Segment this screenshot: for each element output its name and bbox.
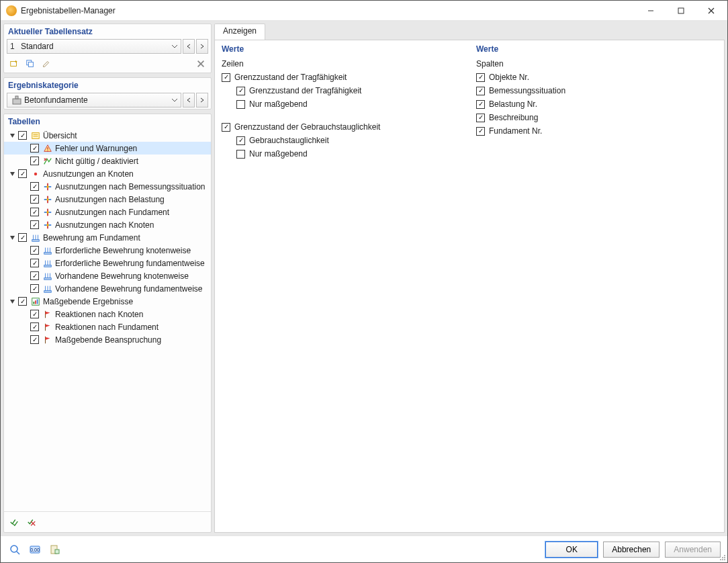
checkbox[interactable] [236,87,245,95]
tree-row[interactable]: Erforderliche Bewehrung knotenweise [4,244,211,257]
cols-option[interactable]: Bemessungssituation [476,86,717,95]
delete-tableset-button[interactable] [193,56,208,71]
tableset-number: 1 [10,42,21,51]
checkbox[interactable] [236,100,245,109]
resize-grip-icon[interactable] [718,553,726,561]
tables-panel: Tabellen ÜbersichtFehler und WarnungenNi… [3,114,212,533]
svg-rect-53 [35,300,36,304]
checkbox[interactable] [476,87,485,95]
cols-option[interactable]: Belastung Nr. [476,99,717,109]
checkbox[interactable] [476,127,485,136]
tree-checkbox[interactable] [30,310,39,318]
minimize-button[interactable] [635,1,666,20]
tree-expander-icon[interactable] [8,298,16,304]
tree-checkbox[interactable] [30,259,39,267]
check-all-button[interactable] [7,515,21,529]
result-category-title: Ergebniskategorie [4,78,211,91]
checkbox[interactable] [236,136,245,145]
ok-button[interactable]: OK [545,542,598,558]
tables-tree[interactable]: ÜbersichtFehler und WarnungenNicht gülti… [4,128,211,511]
svg-rect-9 [13,99,21,104]
chevron-down-icon [171,42,178,52]
tree-checkbox[interactable] [30,157,39,165]
rows-group[interactable]: Grenzzustand der Tragfähigkeit [222,73,463,82]
rows-option[interactable]: Nur maßgebend [222,99,463,109]
checkbox[interactable] [236,150,245,159]
tree-checkbox[interactable] [30,335,39,344]
tree-row[interactable]: Ausnutzungen nach Fundament [4,206,211,218]
tree-row[interactable]: Ausnutzungen nach Bemessungssituation [4,180,211,193]
checkbox[interactable] [476,100,485,109]
copy-tableset-button[interactable] [23,56,38,71]
cancel-button[interactable]: Abbrechen [603,542,659,558]
rows-option[interactable]: Grenzzustand der Tragfähigkeit [222,86,463,95]
tree-row[interactable]: Reaktionen nach Fundament [4,320,211,333]
warn-icon [42,143,53,154]
tableset-prev-button[interactable] [183,39,195,54]
category-combo[interactable]: Betonfundamente [7,93,181,107]
tables-title: Tabellen [4,114,211,128]
tree-row[interactable]: Maßgebende Ergebnisse [4,295,211,308]
tree-checkbox[interactable] [18,169,27,178]
cols-option[interactable]: Objekte Nr. [476,73,717,82]
tree-row[interactable]: Ausnutzungen an Knoten [4,167,211,180]
checkbox[interactable] [222,73,230,82]
tree-checkbox[interactable] [30,195,39,204]
tree-row[interactable]: Ausnutzungen nach Knoten [4,218,211,231]
tree-checkbox[interactable] [30,246,39,255]
tree-checkbox[interactable] [30,182,39,191]
cols-option[interactable]: Fundament Nr. [476,126,717,136]
rows-option[interactable]: Nur maßgebend [222,149,463,159]
tree-row[interactable]: Nicht gültig / deaktiviert [4,155,211,167]
tree-label: Ausnutzungen nach Belastung [55,195,165,204]
svg-rect-31 [32,239,40,241]
maximize-button[interactable] [666,1,696,20]
cols-option-label: Bemessungssituation [489,86,565,95]
tree-checkbox[interactable] [30,144,39,153]
tree-checkbox[interactable] [30,284,39,293]
tree-checkbox[interactable] [18,233,27,242]
tree-checkbox[interactable] [30,271,39,280]
tree-checkbox[interactable] [30,208,39,216]
tree-expander-icon[interactable] [8,171,16,177]
tree-row[interactable]: Erforderliche Bewehrung fundamentweise [4,257,211,269]
rows-option[interactable]: Gebrauchstauglichkeit [222,136,463,145]
edit-tableset-button[interactable] [39,56,54,71]
tree-expander-icon[interactable] [8,132,16,138]
script-button[interactable] [48,542,62,557]
new-tableset-button[interactable] [7,56,21,71]
category-prev-button[interactable] [183,93,195,107]
tree-row[interactable]: Ausnutzungen nach Belastung [4,193,211,206]
uncheck-all-button[interactable] [24,515,39,529]
tree-checkbox[interactable] [18,297,27,306]
tableset-next-button[interactable] [196,39,208,54]
tree-checkbox[interactable] [30,220,39,229]
rows-group-label: Grenzzustand der Tragfähigkeit [234,73,347,82]
tree-expander-icon[interactable] [8,234,16,241]
tree-checkbox[interactable] [30,322,39,331]
tree-row[interactable]: Übersicht [4,129,211,142]
category-next-button[interactable] [196,93,208,107]
tree-row[interactable]: Vorhandene Bewehrung knotenweise [4,269,211,282]
tree-checkbox[interactable] [18,131,27,140]
units-button[interactable]: 0,00 [28,542,42,557]
tableset-combo[interactable]: 1 Standard [7,39,181,54]
svg-point-70 [722,557,723,558]
rows-group-label: Grenzzustand der Gebrauchstauglichkeit [234,122,380,132]
checkbox[interactable] [476,114,485,122]
svg-rect-1 [678,8,684,13]
result-icon [30,296,41,307]
tree-row[interactable]: Maßgebende Beanspruchung [4,333,211,346]
cols-option[interactable]: Beschreibung [476,113,717,122]
rows-group[interactable]: Grenzzustand der Gebrauchstauglichkeit [222,122,463,132]
apply-button[interactable]: Anwenden [665,542,721,558]
tab-anzeigen[interactable]: Anzeigen [214,24,265,40]
checkbox[interactable] [476,73,485,82]
tree-row[interactable]: Vorhandene Bewehrung fundamentweise [4,282,211,295]
tree-row[interactable]: Fehler und Warnungen [4,142,211,155]
help-button[interactable] [7,542,22,557]
close-button[interactable] [696,1,726,20]
tree-row[interactable]: Bewehrung am Fundament [4,231,211,244]
checkbox[interactable] [222,123,230,132]
tree-row[interactable]: Reaktionen nach Knoten [4,308,211,320]
